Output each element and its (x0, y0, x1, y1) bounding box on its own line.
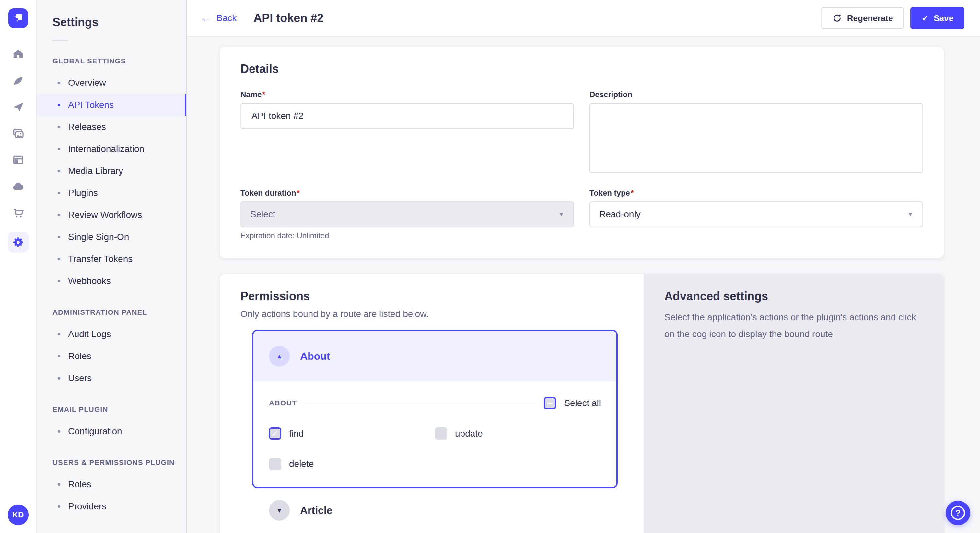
header-actions: Regenerate ✓ Save (821, 7, 964, 29)
expiration-hint: Expiration date: Unlimited (240, 231, 574, 240)
main-area: ← Back API token #2 Regenerate ✓ Save (187, 0, 980, 533)
permissions-panel: Permissions Only actions bound by a rout… (220, 274, 644, 533)
bullet (58, 505, 60, 508)
bullet (58, 483, 60, 486)
about-group-row: ABOUT Select all (269, 397, 601, 409)
bullet (58, 236, 60, 238)
token-type-select[interactable]: Read-only ▼ (590, 201, 923, 227)
sidebar-item-internationalization[interactable]: Internationalization (37, 138, 186, 160)
check-icon: ✓ (272, 430, 278, 438)
save-button[interactable]: ✓ Save (910, 7, 964, 29)
sidebar-item-review-workflows[interactable]: Review Workflows (37, 204, 186, 226)
token-type-field-group: Token type* Read-only ▼ (590, 189, 923, 240)
layout-icon[interactable] (10, 152, 26, 168)
chevron-up-icon: ▲ (276, 353, 283, 359)
cart-icon[interactable] (10, 205, 26, 221)
back-arrow-icon: ← (201, 13, 211, 23)
gear-icon-settings-active[interactable] (8, 232, 29, 252)
details-title: Details (240, 62, 923, 76)
update-checkbox[interactable] (435, 427, 447, 440)
sidebar-item-releases[interactable]: Releases (37, 116, 186, 138)
about-accordion-body: ABOUT Select all ✓ find (253, 381, 616, 487)
bullet (58, 430, 60, 433)
help-button[interactable]: ? (946, 501, 970, 525)
about-group-label: ABOUT (269, 399, 297, 408)
details-card: Details Name* Description Token duration… (220, 47, 944, 259)
chevron-down-icon: ▼ (907, 211, 913, 218)
action-find: ✓ find (269, 427, 435, 440)
page-header: ← Back API token #2 Regenerate ✓ Save (187, 0, 980, 37)
sidebar-title: Settings (37, 16, 186, 29)
token-duration-field-group: Token duration* Select ▼ Expiration date… (240, 189, 574, 240)
section-label: ADMINISTRATION PANEL (37, 308, 186, 317)
expand-toggle[interactable]: ▼ (269, 500, 290, 521)
advanced-settings-description: Select the application's actions or the … (664, 309, 918, 343)
name-label: Name* (240, 90, 574, 99)
sidebar-item-webhooks[interactable]: Webhooks (37, 270, 186, 292)
home-icon[interactable] (10, 46, 26, 62)
required-asterisk: * (262, 90, 265, 99)
media-library-icon[interactable] (10, 125, 26, 141)
cloud-icon[interactable] (10, 179, 26, 194)
bullet (58, 258, 60, 260)
sidebar-item-providers[interactable]: Providers (37, 495, 186, 517)
back-label: Back (216, 13, 237, 23)
sidebar-item-users[interactable]: Users (37, 367, 186, 389)
about-accordion-header[interactable]: ▲ About (253, 331, 616, 381)
required-asterisk: * (297, 189, 300, 197)
required-asterisk: * (631, 189, 633, 197)
bullet (58, 82, 60, 84)
main-nav-rail: KD (0, 0, 37, 533)
delete-checkbox[interactable] (269, 458, 281, 470)
sidebar-item-overview[interactable]: Overview (37, 72, 186, 94)
section-administration-panel: ADMINISTRATION PANEL Audit Logs Roles Us… (37, 308, 186, 389)
chevron-down-icon: ▼ (558, 211, 564, 218)
bullet (58, 192, 60, 194)
bullet (58, 125, 60, 128)
article-accordion-header[interactable]: ▼ Article (269, 500, 631, 521)
find-checkbox[interactable]: ✓ (269, 427, 281, 440)
about-accordion: ▲ About ABOUT Select all (252, 330, 618, 488)
refresh-icon (832, 13, 842, 23)
back-link[interactable]: ← Back (201, 13, 237, 23)
description-field-group: Description (590, 90, 923, 176)
sidebar-item-plugins[interactable]: Plugins (37, 182, 186, 204)
token-duration-select[interactable]: Select ▼ (240, 201, 574, 227)
page-title: API token #2 (253, 11, 323, 25)
section-label: USERS & PERMISSIONS PLUGIN (37, 458, 186, 467)
strapi-logo-glyph (12, 12, 24, 24)
sidebar-item-configuration[interactable]: Configuration (37, 420, 186, 443)
strapi-logo[interactable] (8, 8, 28, 28)
check-icon: ✓ (921, 13, 929, 23)
sidebar-item-roles[interactable]: Roles (37, 345, 186, 367)
sidebar-item-audit-logs[interactable]: Audit Logs (37, 323, 186, 345)
token-type-label: Token type* (590, 189, 923, 198)
sidebar-item-up-roles[interactable]: Roles (37, 473, 186, 495)
indeterminate-mark (547, 403, 553, 404)
sidebar-item-transfer-tokens[interactable]: Transfer Tokens (37, 248, 186, 270)
sidebar-item-api-tokens[interactable]: API Tokens (37, 94, 186, 116)
feather-icon[interactable] (10, 73, 26, 88)
name-input[interactable] (240, 103, 574, 129)
page-content: Details Name* Description Token duration… (187, 37, 980, 533)
paper-plane-icon[interactable] (10, 99, 26, 115)
sidebar-item-single-sign-on[interactable]: Single Sign-On (37, 226, 186, 248)
article-accordion-title: Article (300, 504, 332, 517)
collapse-toggle[interactable]: ▲ (269, 346, 290, 366)
select-all-label: Select all (564, 398, 601, 408)
bullet (58, 377, 60, 379)
bullet (58, 333, 60, 335)
sidebar-item-media-library[interactable]: Media Library (37, 160, 186, 182)
regenerate-button[interactable]: Regenerate (821, 7, 904, 29)
bullet (58, 148, 60, 150)
token-duration-label: Token duration* (240, 189, 574, 198)
select-all-checkbox[interactable] (544, 397, 556, 409)
user-avatar[interactable]: KD (8, 504, 29, 525)
bullet (58, 355, 60, 357)
description-textarea[interactable] (590, 103, 923, 173)
action-update: update (435, 427, 601, 440)
details-form: Name* Description Token duration* Select… (240, 90, 923, 240)
question-mark-icon: ? (951, 506, 965, 520)
permissions-title: Permissions (240, 289, 631, 303)
name-field-group: Name* (240, 90, 574, 176)
